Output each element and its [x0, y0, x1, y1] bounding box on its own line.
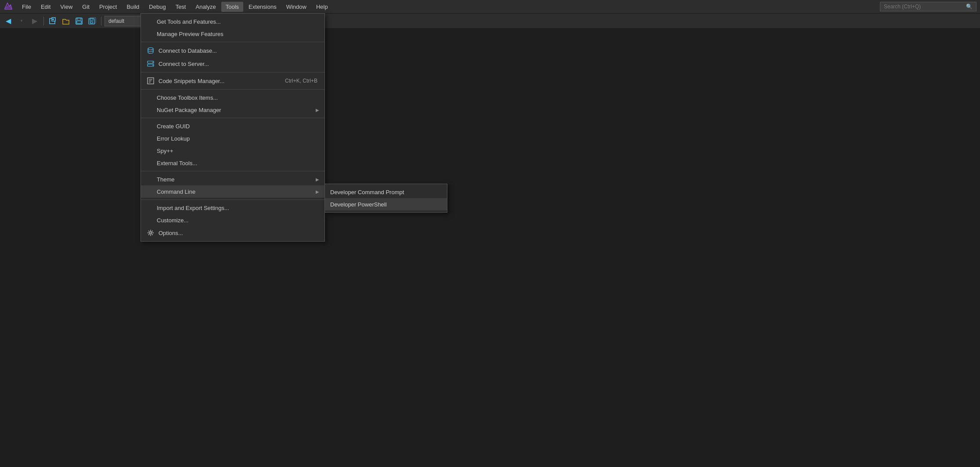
menu-edit[interactable]: Edit: [36, 2, 55, 12]
code-snippets-icon: [146, 76, 155, 85]
svg-point-14: [152, 62, 153, 63]
connect-server-label: Connect to Server...: [159, 61, 319, 67]
create-guid-item[interactable]: Create GUID: [141, 120, 324, 132]
code-snippets-item[interactable]: Code Snippets Manager... Ctrl+K, Ctrl+B: [141, 74, 324, 87]
error-lookup-label: Error Lookup: [157, 135, 319, 142]
sep-4: [141, 118, 324, 118]
create-guid-label: Create GUID: [157, 123, 319, 130]
import-export-item[interactable]: Import and Export Settings...: [141, 202, 324, 214]
menu-bar: File Edit View Git Project Build Debug T…: [0, 0, 980, 13]
theme-submenu-arrow: ▶: [316, 177, 319, 182]
code-snippets-shortcut: Ctrl+K, Ctrl+B: [285, 78, 319, 84]
menu-help[interactable]: Help: [312, 2, 332, 12]
connect-db-icon: [146, 46, 155, 55]
dev-powershell-item[interactable]: Developer PowerShell: [325, 198, 447, 210]
back-dropdown[interactable]: ▼: [16, 15, 27, 27]
config-label: default: [108, 18, 124, 24]
dev-cmd-prompt-item[interactable]: Developer Command Prompt: [325, 186, 447, 198]
connect-server-icon: [146, 59, 155, 68]
svg-point-11: [148, 48, 153, 50]
sep-6: [141, 199, 324, 200]
get-tools-item[interactable]: Get Tools and Features...: [141, 15, 324, 28]
separator-2: [101, 17, 101, 25]
customize-label: Customize...: [157, 217, 319, 224]
manage-preview-label: Manage Preview Features: [157, 31, 319, 37]
menu-build[interactable]: Build: [122, 2, 144, 12]
error-lookup-item[interactable]: Error Lookup: [141, 132, 324, 145]
save-all-button[interactable]: [86, 15, 98, 27]
sep-5: [141, 171, 324, 171]
save-button[interactable]: [73, 15, 85, 27]
choose-toolbox-label: Choose Toolbox Items...: [157, 94, 319, 101]
menu-test[interactable]: Test: [171, 2, 191, 12]
command-line-submenu-arrow: ▶: [316, 189, 319, 194]
nuget-item[interactable]: NuGet Package Manager ▶: [141, 104, 324, 116]
import-export-label: Import and Export Settings...: [157, 205, 319, 211]
menu-view[interactable]: View: [56, 2, 77, 12]
back-button[interactable]: ◀: [3, 15, 14, 27]
external-tools-label: External Tools...: [157, 160, 319, 167]
external-tools-item[interactable]: External Tools...: [141, 157, 324, 169]
dev-powershell-label: Developer PowerShell: [330, 201, 387, 208]
command-line-item[interactable]: Command Line ▶ Developer Command Prompt …: [141, 185, 324, 198]
tools-dropdown-menu: Get Tools and Features... Manage Preview…: [141, 13, 325, 242]
nuget-label: NuGet Package Manager: [157, 107, 309, 113]
theme-item[interactable]: Theme ▶: [141, 173, 324, 185]
sep-2: [141, 72, 324, 72]
menu-debug[interactable]: Debug: [144, 2, 170, 12]
spy-label: Spy++: [157, 148, 319, 154]
search-box[interactable]: 🔍: [880, 2, 976, 11]
svg-point-20: [150, 232, 152, 234]
menu-analyze[interactable]: Analyze: [191, 2, 220, 12]
menu-project[interactable]: Project: [95, 2, 121, 12]
sep-3: [141, 89, 324, 90]
separator-1: [43, 17, 44, 25]
connect-db-item[interactable]: Connect to Database...: [141, 44, 324, 57]
new-item-button[interactable]: [47, 15, 58, 27]
menu-window[interactable]: Window: [282, 2, 311, 12]
nuget-submenu-arrow: ▶: [316, 108, 319, 112]
dev-cmd-label: Developer Command Prompt: [330, 189, 404, 195]
menu-git[interactable]: Git: [78, 2, 94, 12]
menu-file[interactable]: File: [18, 2, 36, 12]
svg-rect-6: [77, 21, 81, 23]
connect-db-label: Connect to Database...: [159, 47, 319, 54]
forward-button[interactable]: ▶: [29, 15, 40, 27]
get-tools-label: Get Tools and Features...: [157, 18, 319, 25]
menu-extensions[interactable]: Extensions: [244, 2, 281, 12]
vs-logo: [4, 2, 13, 11]
spy-item[interactable]: Spy++: [141, 145, 324, 157]
options-item[interactable]: Options...: [141, 226, 324, 239]
search-input[interactable]: [884, 4, 966, 10]
command-line-label: Command Line: [157, 188, 309, 195]
menu-tools[interactable]: Tools: [221, 2, 243, 12]
theme-label: Theme: [157, 176, 309, 183]
svg-point-15: [152, 65, 153, 66]
choose-toolbox-item[interactable]: Choose Toolbox Items...: [141, 91, 324, 104]
manage-preview-item[interactable]: Manage Preview Features: [141, 28, 324, 40]
options-gear-icon: [146, 228, 155, 237]
customize-item[interactable]: Customize...: [141, 214, 324, 226]
command-line-submenu: Developer Command Prompt Developer Power…: [324, 184, 447, 213]
connect-server-item[interactable]: Connect to Server...: [141, 57, 324, 70]
search-icon: 🔍: [966, 4, 973, 10]
options-label: Options...: [159, 230, 319, 236]
open-button[interactable]: [60, 15, 72, 27]
code-snippets-label: Code Snippets Manager...: [159, 78, 281, 84]
sep-1: [141, 42, 324, 42]
